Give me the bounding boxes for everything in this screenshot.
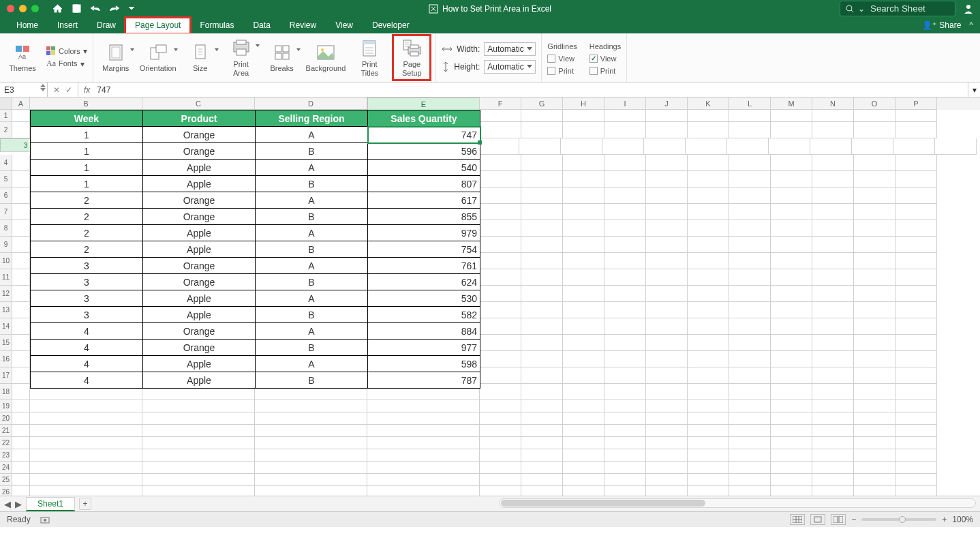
- table-cell[interactable]: Orange: [143, 258, 256, 274]
- minimize-window-button[interactable]: [19, 5, 27, 12]
- cell[interactable]: [646, 286, 688, 302]
- cell[interactable]: [480, 384, 521, 400]
- cell[interactable]: [688, 204, 729, 220]
- table-cell[interactable]: 540: [368, 160, 480, 176]
- cell[interactable]: [563, 302, 604, 318]
- cell[interactable]: [12, 286, 30, 302]
- cell[interactable]: [729, 237, 771, 253]
- cell[interactable]: [604, 220, 646, 237]
- cell[interactable]: [12, 171, 30, 187]
- cell[interactable]: [521, 286, 563, 302]
- close-window-button[interactable]: [7, 5, 14, 12]
- row-header-6[interactable]: 6: [0, 187, 12, 204]
- cell[interactable]: [563, 335, 604, 351]
- cell[interactable]: [646, 171, 688, 187]
- name-box[interactable]: E3: [0, 82, 48, 97]
- tab-home[interactable]: Home: [7, 18, 48, 33]
- table-cell[interactable]: 884: [368, 323, 480, 340]
- horizontal-scrollbar[interactable]: [499, 498, 976, 508]
- cell[interactable]: [895, 474, 937, 486]
- cell[interactable]: [895, 171, 937, 187]
- table-cell[interactable]: Apple: [143, 225, 256, 241]
- cell[interactable]: [812, 204, 854, 220]
- cell[interactable]: [604, 462, 646, 474]
- cell[interactable]: [521, 237, 563, 253]
- column-header-P[interactable]: P: [895, 97, 937, 110]
- cell[interactable]: [480, 171, 521, 187]
- row-header-9[interactable]: 9: [0, 237, 12, 253]
- cell[interactable]: [895, 187, 937, 204]
- cell[interactable]: [812, 302, 854, 318]
- cell[interactable]: [480, 253, 521, 269]
- cell[interactable]: [771, 335, 812, 351]
- add-sheet-button[interactable]: +: [79, 498, 91, 510]
- cell[interactable]: [729, 449, 771, 462]
- breaks-button[interactable]: Breaks: [265, 42, 299, 72]
- cell[interactable]: [729, 351, 771, 367]
- row-header-4[interactable]: 4: [0, 155, 12, 171]
- cell[interactable]: [854, 302, 895, 318]
- row-header-2[interactable]: 2: [0, 122, 12, 138]
- cell[interactable]: [30, 400, 142, 412]
- cell[interactable]: [854, 400, 895, 412]
- cell[interactable]: [604, 425, 646, 437]
- cell[interactable]: [646, 384, 688, 400]
- cell[interactable]: [561, 138, 602, 155]
- row-header-20[interactable]: 20: [0, 412, 12, 425]
- cell[interactable]: [563, 449, 604, 462]
- cell[interactable]: [854, 286, 895, 302]
- cell[interactable]: [854, 437, 895, 449]
- cell[interactable]: [563, 253, 604, 269]
- cell[interactable]: [563, 110, 604, 122]
- cell[interactable]: [604, 449, 646, 462]
- table-cell[interactable]: 977: [368, 340, 480, 356]
- cell[interactable]: [688, 302, 729, 318]
- cell[interactable]: [893, 138, 935, 155]
- cell[interactable]: [688, 155, 729, 171]
- cell[interactable]: [604, 367, 646, 384]
- cell[interactable]: [729, 171, 771, 187]
- cell[interactable]: [12, 486, 30, 496]
- headings-view-checkbox[interactable]: View: [589, 55, 621, 63]
- cell[interactable]: [729, 412, 771, 425]
- cell[interactable]: [729, 384, 771, 400]
- cell[interactable]: [604, 335, 646, 351]
- cell[interactable]: [604, 204, 646, 220]
- cell[interactable]: [521, 155, 563, 171]
- row-header-15[interactable]: 15: [0, 335, 12, 351]
- cell[interactable]: [142, 449, 255, 462]
- select-all-button[interactable]: [0, 97, 12, 110]
- page-layout-view-button[interactable]: [810, 514, 825, 525]
- table-cell[interactable]: Orange: [143, 143, 256, 160]
- table-cell[interactable]: 3: [31, 274, 143, 290]
- row-header-11[interactable]: 11: [0, 269, 12, 286]
- cell[interactable]: [895, 318, 937, 335]
- cell[interactable]: [935, 138, 977, 155]
- table-cell[interactable]: 807: [368, 176, 480, 192]
- cell[interactable]: [521, 486, 563, 496]
- print-titles-button[interactable]: PrintTitles: [352, 38, 386, 76]
- cell[interactable]: [521, 187, 563, 204]
- table-cell[interactable]: B: [256, 241, 368, 258]
- table-cell[interactable]: 530: [368, 290, 480, 307]
- themes-button[interactable]: Aa Themes: [5, 42, 40, 72]
- table-cell[interactable]: 855: [368, 209, 480, 225]
- row-header-16[interactable]: 16: [0, 351, 12, 367]
- cell[interactable]: [895, 351, 937, 367]
- cell[interactable]: [480, 351, 521, 367]
- cell[interactable]: [729, 220, 771, 237]
- table-cell[interactable]: 1: [31, 160, 143, 176]
- row-header-7[interactable]: 7: [0, 204, 12, 220]
- cell[interactable]: [142, 412, 255, 425]
- cell[interactable]: [688, 171, 729, 187]
- cell[interactable]: [521, 384, 563, 400]
- cell[interactable]: [521, 462, 563, 474]
- cell[interactable]: [854, 237, 895, 253]
- cell[interactable]: [895, 425, 937, 437]
- cell[interactable]: [812, 437, 854, 449]
- cell[interactable]: [255, 400, 367, 412]
- cell[interactable]: [729, 486, 771, 496]
- cell[interactable]: [644, 138, 686, 155]
- cell[interactable]: [142, 486, 255, 496]
- cell[interactable]: [12, 400, 30, 412]
